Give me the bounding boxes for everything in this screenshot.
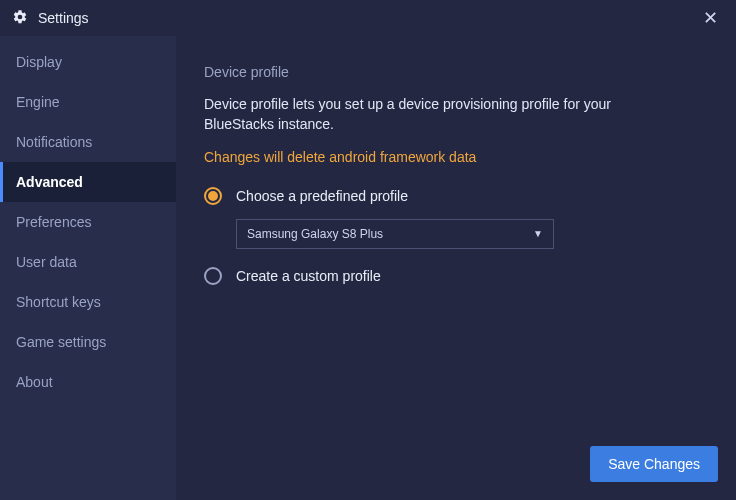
titlebar: Settings ✕ <box>0 0 736 36</box>
sidebar-item-label: Preferences <box>16 214 91 230</box>
close-icon: ✕ <box>703 7 718 29</box>
settings-window: Settings ✕ Display Engine Notifications … <box>0 0 736 500</box>
radio-option-custom[interactable]: Create a custom profile <box>204 267 708 285</box>
sidebar-item-preferences[interactable]: Preferences <box>0 202 176 242</box>
gear-icon <box>12 9 28 28</box>
sidebar-item-label: Shortcut keys <box>16 294 101 310</box>
section-description: Device profile lets you set up a device … <box>204 94 674 135</box>
sidebar: Display Engine Notifications Advanced Pr… <box>0 36 176 500</box>
radio-option-predefined[interactable]: Choose a predefined profile <box>204 187 708 205</box>
titlebar-title-group: Settings <box>12 9 89 28</box>
sidebar-item-game-settings[interactable]: Game settings <box>0 322 176 362</box>
radio-label: Create a custom profile <box>236 268 381 284</box>
sidebar-item-user-data[interactable]: User data <box>0 242 176 282</box>
radio-label: Choose a predefined profile <box>236 188 408 204</box>
sidebar-item-advanced[interactable]: Advanced <box>0 162 176 202</box>
profile-select-value: Samsung Galaxy S8 Plus <box>247 227 383 241</box>
sidebar-item-label: User data <box>16 254 77 270</box>
sidebar-item-label: About <box>16 374 53 390</box>
sidebar-item-about[interactable]: About <box>0 362 176 402</box>
radio-checked-icon <box>204 187 222 205</box>
profile-select[interactable]: Samsung Galaxy S8 Plus ▼ <box>236 219 554 249</box>
sidebar-item-engine[interactable]: Engine <box>0 82 176 122</box>
section-title: Device profile <box>204 64 708 80</box>
warning-text: Changes will delete android framework da… <box>204 149 708 165</box>
sidebar-item-shortcut-keys[interactable]: Shortcut keys <box>0 282 176 322</box>
window-title: Settings <box>38 10 89 26</box>
sidebar-item-label: Game settings <box>16 334 106 350</box>
body: Display Engine Notifications Advanced Pr… <box>0 36 736 500</box>
sidebar-item-label: Notifications <box>16 134 92 150</box>
chevron-down-icon: ▼ <box>533 228 543 239</box>
sidebar-item-notifications[interactable]: Notifications <box>0 122 176 162</box>
radio-unchecked-icon <box>204 267 222 285</box>
sidebar-item-display[interactable]: Display <box>0 42 176 82</box>
sidebar-item-label: Engine <box>16 94 60 110</box>
save-button[interactable]: Save Changes <box>590 446 718 482</box>
footer: Save Changes <box>590 446 718 482</box>
main-panel: Device profile Device profile lets you s… <box>176 36 736 500</box>
close-button[interactable]: ✕ <box>696 4 724 32</box>
sidebar-item-label: Display <box>16 54 62 70</box>
sidebar-item-label: Advanced <box>16 174 83 190</box>
